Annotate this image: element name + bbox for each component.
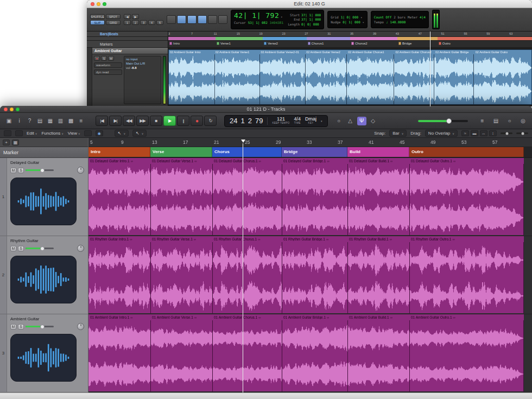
audio-region[interactable]: 01 Ambient Guitar Chorus.1∞ <box>212 314 282 392</box>
audio-region[interactable]: 01 Delayed Guitar Outro.1∞ <box>409 158 524 236</box>
track-header-1[interactable]: 1Delayed GuitarMS <box>0 158 88 236</box>
add-track-button[interactable]: + <box>3 140 10 145</box>
go-to-beginning-button[interactable]: |◀ <box>96 116 108 126</box>
zoom-preset-5-button[interactable]: 5 <box>156 20 163 25</box>
playhead[interactable] <box>243 143 243 392</box>
mute-button[interactable]: M <box>10 324 16 330</box>
audio-region[interactable]: 01 Delayed Guitar Chorus.1∞ <box>212 158 282 236</box>
main-window-icon[interactable]: ▣ <box>4 117 14 125</box>
pt-session-display[interactable]: Count Off 2 bars Meter 4|4 Tempo ♩ 140.0… <box>371 11 429 28</box>
edit-mode-shuffle-button[interactable]: SHUFFLE <box>90 14 105 19</box>
pt-automation-mode-selector[interactable]: dyn read <box>94 69 122 75</box>
smart-tool-button[interactable] <box>218 15 227 24</box>
catch-playhead-icon[interactable] <box>15 130 23 136</box>
pt-grid-value[interactable]: 1| 0| 000 <box>341 15 359 19</box>
marquee-icon[interactable] <box>84 130 92 136</box>
marker-verse[interactable]: Verse <box>150 147 212 157</box>
go-to-end-button[interactable]: ▶| <box>109 116 122 126</box>
count-in-icon[interactable]: ○ <box>334 117 344 125</box>
lcd-key[interactable]: Dmaj KEY <box>305 117 316 125</box>
audio-region[interactable]: 01 Rhythm Guitar Chorus.1∞ <box>212 236 282 314</box>
pt-marker-bridge[interactable]: Bridge <box>398 42 411 45</box>
pt-audio-region[interactable]: 02 Ambient Guitar Chorus2 <box>394 50 434 104</box>
zoom-preset-2-button[interactable]: 2 <box>132 20 139 25</box>
volume-slider-thumb[interactable] <box>446 118 452 124</box>
chevron-down-icon[interactable]: ▾ <box>360 16 362 19</box>
pt-markers-label[interactable]: Markers <box>100 42 112 46</box>
zoom-preset-4-button[interactable]: 4 <box>148 20 155 25</box>
v-zoom-slider[interactable] <box>516 132 528 134</box>
trim-tool-button[interactable] <box>167 15 176 24</box>
track-name[interactable]: Rhythm Guitar <box>10 238 84 243</box>
quick-help-icon[interactable]: ? <box>25 117 34 125</box>
pt-marker-chorus1[interactable]: Chorus1 <box>308 42 324 45</box>
view-menu[interactable]: View∨ <box>68 131 80 136</box>
track-header-3[interactable]: 3Ambient GuitarMS <box>0 314 88 392</box>
pan-knob[interactable] <box>77 323 84 330</box>
marker-track-header[interactable]: Marker <box>0 147 88 158</box>
track-volume-slider[interactable] <box>26 326 54 327</box>
track-header-2[interactable]: 2Rhythm GuitarMS <box>0 236 88 314</box>
browsers-icon[interactable]: ◎ <box>518 117 528 125</box>
pt-marker-outro[interactable]: Outro <box>439 42 451 45</box>
audio-region[interactable]: 01 Ambient Guitar Bridge.1∞ <box>282 314 347 392</box>
chevron-down-icon[interactable]: ▾ <box>363 21 364 24</box>
pt-audio-region[interactable]: 02 Ambient Guitar Bridge <box>434 50 474 104</box>
solo-button[interactable]: S <box>18 324 24 330</box>
pt-grid-nudge-display[interactable]: Grid 1| 0| 000 ▾ Nudge 0| 1| 000 ▾ <box>327 11 368 28</box>
pt-mute-button[interactable]: M <box>108 56 114 61</box>
pt-meter-value[interactable]: 4|4 <box>420 15 426 19</box>
close-button[interactable] <box>91 2 94 6</box>
track-volume-slider[interactable] <box>26 248 54 249</box>
metronome-icon[interactable]: △ <box>346 117 355 125</box>
marker-outro[interactable]: Outro <box>409 147 524 157</box>
zoom-out-button[interactable]: ◀ <box>124 14 131 19</box>
collapse-icon[interactable]: ▬ <box>471 130 478 136</box>
tuner-icon[interactable]: Ψ <box>357 117 366 125</box>
editors-icon[interactable]: ▩ <box>66 117 75 125</box>
logic-titlebar[interactable]: 01 121 D - Tracks <box>0 106 532 113</box>
chevron-down-icon[interactable]: ▾ <box>281 15 283 18</box>
volume-slider-track[interactable] <box>418 120 468 122</box>
pt-track-name[interactable]: Ambient Guitar <box>92 48 168 54</box>
h-zoom-icon[interactable]: ↔ <box>480 130 487 136</box>
chevron-down-icon[interactable]: ▾ <box>321 119 322 123</box>
zoom-preset-1-button[interactable]: 1 <box>124 20 131 25</box>
mute-button[interactable]: M <box>10 246 16 251</box>
record-button[interactable]: ● <box>191 116 203 126</box>
play-button[interactable]: ▶ <box>163 116 176 126</box>
pt-marker-verse2[interactable]: Verse2 <box>264 42 278 45</box>
protools-titlebar[interactable]: Edit: 02 140 G <box>87 0 532 8</box>
pt-playhead[interactable] <box>430 31 430 106</box>
minimize-button[interactable] <box>97 2 100 6</box>
pt-marker-intro[interactable]: Intro <box>169 42 180 45</box>
audio-region[interactable]: 01 Delayed Guitar Build.1∞ <box>347 158 409 236</box>
pt-marker-chorus2[interactable]: Chorus2 <box>351 42 368 45</box>
audio-region[interactable]: 01 Rhythm Guitar Verse.1∞ <box>150 236 212 314</box>
pt-audio-region[interactable]: 02 Ambient Guitar Verse2-01 <box>260 50 306 104</box>
audio-region[interactable]: 01 Rhythm Guitar Intro.1∞ <box>88 236 150 314</box>
smart-controls-icon[interactable]: ▦ <box>46 117 55 125</box>
audio-region[interactable]: 01 Delayed Guitar Verse.1∞ <box>150 158 212 236</box>
audio-region[interactable]: 01 Delayed Guitar Intro.1∞ <box>88 158 150 236</box>
left-click-tool-menu[interactable]: ↖ ∨ <box>115 130 129 137</box>
pt-field-value[interactable]: 37| 1| 000 <box>301 13 321 17</box>
inspector-icon[interactable]: i <box>15 117 24 125</box>
marker-build[interactable]: Build <box>347 147 409 157</box>
pt-record-enable-button[interactable]: ● <box>94 56 100 61</box>
playhead-handle[interactable] <box>241 140 245 143</box>
cmd-click-tool-menu[interactable]: ↖ ∨ <box>132 130 147 137</box>
pt-volume-value[interactable]: -8.8 <box>131 66 136 69</box>
grabber-tool-button[interactable] <box>187 15 197 24</box>
v-zoom-icon[interactable]: ↕ <box>489 130 497 136</box>
loop-browser-icon[interactable]: ○ <box>505 117 514 125</box>
lcd-display[interactable]: 24 1 2 79 121 KEEP TEMPO 4/4 TIME Dmaj K… <box>224 115 328 127</box>
stop-button[interactable]: ■ <box>150 116 162 126</box>
zoom-in-button[interactable]: ▶ <box>132 14 139 19</box>
marker-chorus[interactable]: Chorus <box>212 147 282 157</box>
pt-main-counter[interactable]: 42| 1| 792 ▾ Cursor 53| 1| 082 3494381 S… <box>231 10 324 29</box>
pt-count-off-label[interactable]: Count Off <box>374 15 392 19</box>
note-pads-icon[interactable]: ▤ <box>491 117 501 125</box>
track-options-button[interactable]: ▦ <box>12 140 19 145</box>
audio-region[interactable]: 01 Ambient Guitar Verse.1∞ <box>150 314 212 392</box>
